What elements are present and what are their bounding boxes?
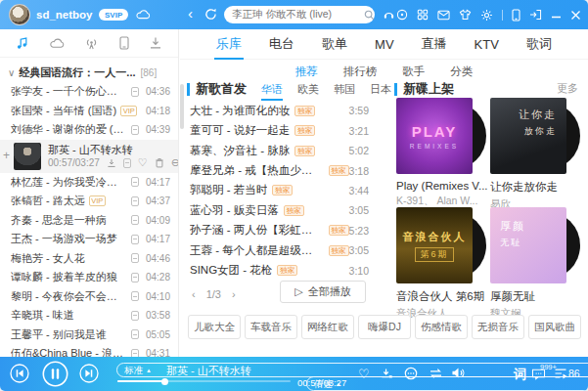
mini-mode-icon[interactable] (529, 9, 542, 21)
more-link[interactable]: 更多 (557, 81, 578, 96)
sidebar-song-row[interactable]: 伍佰&China Blue - 浪人情歌 04:31 (0, 344, 178, 357)
refresh-icon[interactable] (204, 8, 217, 21)
nav-tab[interactable]: 电台 (269, 35, 294, 53)
comments-icon[interactable]: 999+ (531, 368, 546, 380)
sidebar-song-row[interactable]: 林忆莲 - 为你我受冷风吹 04:17 (0, 173, 178, 193)
now-playing-row[interactable]: + 那英 - 山不转水转 00:57/03:27 ♡ ⊖ (0, 140, 178, 173)
album-title[interactable]: 厚颜无耻 (490, 289, 582, 304)
sidebar-song-row[interactable]: 张学友 - 一千个伤心的理由 04:36 (0, 82, 178, 102)
page-next-icon[interactable]: › (232, 288, 236, 300)
sidebar-song-row[interactable]: 王杰 - 一场游戏一场梦 04:17 (0, 230, 178, 249)
play-mode-icon[interactable] (429, 368, 443, 379)
sidebar-song-row[interactable]: 齐秦 - 思念是一种病 04:09 (0, 211, 178, 231)
sidebar-song-row[interactable]: 张国荣 - 当年情 (国语) VIP 04:18 (0, 102, 178, 121)
phone-transfer-icon[interactable] (512, 9, 520, 22)
category-tag-button[interactable]: 车载音乐 (245, 315, 297, 339)
pause-button[interactable] (42, 361, 68, 387)
sidebar-song-row[interactable]: 张镐哲 - 路太远 VIP 04:37 (0, 192, 178, 211)
player-download-icon[interactable] (381, 368, 393, 380)
more-options-icon[interactable] (404, 367, 418, 380)
remove-icon[interactable]: ⊖ (171, 157, 179, 168)
new-song-row[interactable]: 摩登兄弟 - 戒【热血少年电视剧片... 独家 3:18 (190, 160, 369, 180)
search-box[interactable] (224, 6, 375, 23)
album-cover[interactable]: 厚颜 无耻 (490, 207, 566, 283)
category-tag-button[interactable]: 国风歌曲 (528, 315, 581, 339)
sub-tab[interactable]: 排行榜 (343, 65, 378, 79)
back-icon[interactable]: ‹ (188, 5, 193, 22)
download-icon[interactable] (107, 158, 116, 168)
settings-gear-icon[interactable] (480, 9, 493, 22)
album-cover[interactable]: 音浪合伙人 第6期 (396, 207, 473, 283)
album-card[interactable]: 音浪合伙人 第6期 音浪合伙人 第6期 音浪合伙人 (396, 207, 488, 321)
album-cover[interactable]: PLAY REMIXES (396, 98, 473, 174)
volume-icon[interactable] (451, 367, 466, 379)
sidebar-song-row[interactable]: 王馨平 - 别问我是谁 05:05 (0, 326, 178, 345)
dynamic-icon[interactable] (396, 9, 408, 21)
album-title[interactable]: 让你走放你走 (490, 180, 582, 195)
new-song-row[interactable]: 王蓉 - 每个人都是超级英雄 独家 3:05 (190, 240, 369, 260)
album-title[interactable]: 音浪合伙人 第6期 (396, 289, 488, 304)
album-card[interactable]: 让你走 放你走 让你走放你走 易欣 (490, 98, 582, 211)
favorite-heart-icon[interactable]: ♡ (358, 367, 370, 381)
add-icon[interactable]: + (3, 149, 10, 162)
playlist-header[interactable]: ∨ 经典国语流行：一人一... [86] (0, 63, 178, 82)
heart-icon[interactable]: ♡ (138, 157, 148, 168)
minimize-icon[interactable] (551, 10, 562, 21)
lyrics-toggle[interactable]: 词 (514, 366, 526, 383)
album-card[interactable]: 厚颜 无耻 厚颜无耻 魏文娴 (490, 207, 582, 321)
nav-tab[interactable]: MV (375, 37, 394, 52)
nav-tab[interactable]: 歌词 (526, 35, 552, 53)
album-thumbnail[interactable] (14, 143, 41, 170)
language-tab[interactable]: 韩国 (334, 82, 355, 97)
search-icon[interactable] (364, 10, 375, 21)
device-music-icon[interactable] (119, 36, 129, 50)
sidebar-song-row[interactable]: 辛晓琪 - 味道 03:58 (0, 306, 178, 326)
sidebar-song-row[interactable]: 刘德华 - 谢谢你的爱 (国语) 04:39 (0, 120, 178, 140)
category-tag-button[interactable]: 无损音乐 (472, 315, 524, 339)
play-all-button[interactable]: ▷ 全部播放 (280, 281, 366, 303)
download-manager-icon[interactable] (149, 36, 162, 50)
search-input[interactable] (232, 9, 364, 21)
play-queue-icon[interactable] (554, 368, 567, 380)
language-tab[interactable]: 日本 (370, 82, 391, 97)
player-song-title[interactable]: 那英 - 山不转水转 (166, 364, 251, 378)
sub-tab[interactable]: 分类 (450, 65, 473, 79)
radio-broadcast-icon[interactable] (84, 37, 99, 50)
album-artist[interactable]: K-391、 Alan W... (396, 195, 488, 208)
previous-button[interactable] (10, 364, 29, 383)
nav-tab[interactable]: KTV (475, 37, 499, 52)
avatar[interactable] (9, 4, 30, 25)
category-tag-button[interactable]: 嗨爆DJ (358, 315, 411, 339)
mail-icon[interactable] (437, 10, 450, 21)
page-prev-icon[interactable]: ‹ (192, 288, 196, 300)
close-icon[interactable] (570, 10, 581, 21)
nav-tab[interactable]: 歌单 (322, 35, 347, 53)
new-song-row[interactable]: 童可可 - 说好一起走 独家 3:21 (190, 120, 369, 140)
new-song-row[interactable]: 孙子涵 - 两人份【彩虹的重力电视... 独家 5:23 (190, 221, 369, 240)
album-card[interactable]: PLAY REMIXES Play (Remixes V... K-391、 A… (396, 98, 488, 208)
username[interactable]: sd_netboy (36, 9, 93, 21)
new-song-row[interactable]: 慕寒、汐音社 - 脉脉 独家 5:02 (190, 141, 369, 160)
sidebar-song-row[interactable]: 黎明 - 今夜你会不会来 (国语) 04:10 (0, 287, 178, 307)
svip-badge[interactable]: SVIP (99, 9, 128, 21)
local-music-icon[interactable] (16, 36, 29, 50)
progress-knob[interactable] (161, 378, 168, 385)
category-tag-button[interactable]: 儿歌大全 (188, 315, 241, 339)
new-song-row[interactable]: 郭聪明 - 若当时 独家 3:44 (190, 181, 369, 200)
progress-bar[interactable] (117, 380, 291, 382)
sub-tab[interactable]: 歌手 (402, 65, 425, 79)
album-cover[interactable]: 让你走 放你走 (490, 98, 566, 174)
category-tag-button[interactable]: 伤感情歌 (415, 315, 468, 339)
album-title[interactable]: Play (Remixes V... (396, 180, 488, 192)
trash-icon[interactable] (155, 157, 164, 168)
new-song-row[interactable]: 大壮 - 为谁而化的妆 独家 3:59 (190, 101, 369, 120)
sidebar-song-row[interactable]: 谭咏麟 - 披着羊皮的狼 04:28 (0, 268, 178, 287)
listen-identify-icon[interactable] (383, 8, 395, 21)
nav-tab[interactable]: 乐库 (216, 35, 242, 53)
device-icon[interactable] (123, 158, 131, 168)
sidebar-song-row[interactable]: 梅艳芳 - 女人花 04:46 (0, 249, 178, 269)
new-song-row[interactable]: 蓝心羽 - 贩卖日落 独家 3:05 (190, 200, 369, 220)
nav-tab[interactable]: 直播 (422, 35, 447, 53)
language-tab[interactable]: 华语 (261, 82, 283, 97)
cloud-music-icon[interactable] (50, 37, 65, 49)
